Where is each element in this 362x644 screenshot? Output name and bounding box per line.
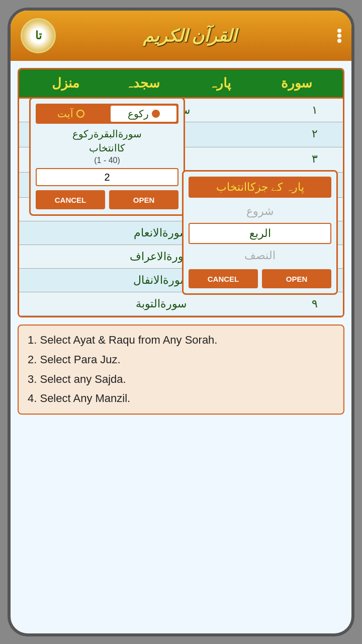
popup-para-title: پارہ کے جزکاانتخاب: [189, 177, 331, 198]
menu-dot-2: [337, 34, 341, 38]
header-surah: سورة: [258, 75, 335, 91]
menu-button[interactable]: [323, 28, 341, 43]
menu-dot-1: [337, 29, 341, 33]
para-cancel-button[interactable]: CANCEL: [189, 269, 258, 288]
row-text: سورةالتوبة: [27, 297, 295, 310]
ruku-number-input[interactable]: [36, 168, 178, 186]
ruku-cancel-button[interactable]: CANCEL: [36, 190, 105, 209]
ruku-popup-buttons: CANCEL OPEN: [36, 190, 178, 209]
ruku-tabs: رکوع آیت: [36, 104, 178, 124]
row-number: ۳: [295, 152, 335, 167]
header-sajda: سجدہ: [104, 75, 181, 91]
app-logo: تا: [21, 18, 56, 53]
para-option-rubع[interactable]: الربع: [189, 223, 331, 244]
quran-table: منزل سجدہ پارہ سورة ۱ سورةالفاتحه ۲ ۳: [18, 68, 344, 317]
phone-container: تا القرآن الكريم منزل سجدہ پارہ سورة ۱ س…: [8, 8, 354, 636]
para-option-nisf[interactable]: النصف: [189, 246, 331, 265]
header-para: پارہ: [181, 75, 258, 91]
ruku-open-button[interactable]: OPEN: [109, 190, 178, 209]
instructions-box: 1. Select Ayat & Raqu from Any Sorah. 2.…: [18, 325, 344, 415]
app-title: القرآن الكريم: [56, 26, 323, 46]
row-number: ۱: [295, 104, 335, 117]
tab-ruku-label[interactable]: رکوع: [128, 108, 149, 120]
instruction-4: 4. Select Any Manzil.: [28, 391, 334, 407]
tab-ayat-label[interactable]: آیت: [57, 108, 73, 120]
row-number: ۲: [295, 127, 335, 142]
para-popup-buttons: CANCEL OPEN: [189, 269, 331, 288]
instruction-1: 1. Select Ayat & Raqu from Any Sorah.: [28, 333, 334, 348]
instruction-3: 3. Select any Sajda.: [28, 372, 334, 387]
instruction-2: 2. Select Para Juz.: [28, 352, 334, 368]
radio-ayat-icon: [76, 110, 84, 118]
row-number: ۹: [295, 297, 335, 310]
main-content: منزل سجدہ پارہ سورة ۱ سورةالفاتحه ۲ ۳: [11, 61, 351, 633]
tab-ayat[interactable]: آیت: [38, 106, 104, 122]
menu-dot-3: [337, 39, 341, 43]
table-header: منزل سجدہ پارہ سورة: [19, 69, 343, 99]
logo-text: تا: [35, 29, 42, 42]
popup-ruku-range: (1 - 40): [36, 156, 178, 165]
popup-ruku-title: سورةالبقرةرکوع: [36, 128, 178, 140]
header: تا القرآن الكريم: [11, 11, 351, 61]
tab-divider: [107, 107, 108, 121]
popup-ruku-subtitle: کاانتخاب: [36, 142, 178, 154]
popup-ruku: رکوع آیت سورةالبقرةرکوع کاانتخاب (1 - 40…: [29, 97, 185, 216]
header-manzil: منزل: [27, 75, 104, 91]
para-open-button[interactable]: OPEN: [262, 269, 331, 288]
table-row[interactable]: ۹ سورةالتوبة: [19, 292, 343, 316]
radio-ruku-icon: [152, 110, 160, 118]
popup-para: پارہ کے جزکاانتخاب شروع الربع النصف CANC…: [182, 170, 338, 295]
para-option-shuru[interactable]: شروع: [189, 202, 331, 221]
